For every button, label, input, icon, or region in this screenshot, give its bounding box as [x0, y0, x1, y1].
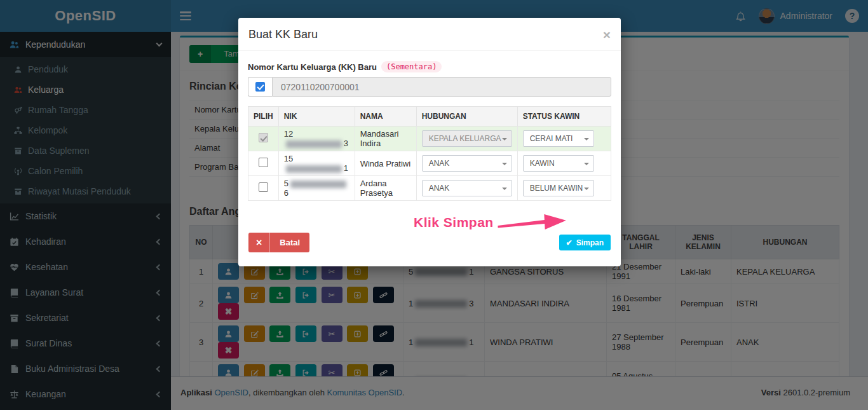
nik-suffix: 1: [344, 163, 348, 173]
cell-nama: Ardana Prasetya: [355, 176, 416, 201]
cell-status-kawin: CERAI MATI: [517, 126, 611, 151]
pilih-checkbox[interactable]: [259, 158, 268, 167]
kk-number-checkbox-cell: [248, 77, 272, 97]
modal-header: Buat KK Baru ×: [238, 18, 621, 51]
nik-blurred: [286, 140, 342, 148]
status-kawin-select[interactable]: KAWIN: [523, 155, 594, 172]
kk-number-label: Nomor Kartu Keluarga (KK) Baru (Sementar…: [248, 61, 611, 72]
kk-number-input: 0720110200700001: [272, 77, 611, 97]
nik-blurred: [286, 165, 342, 173]
cell-nik: 56: [278, 176, 355, 201]
table-row: 123 Mandasari Indira KEPALA KELUARGA CER…: [248, 126, 611, 151]
column-header-nama: NAMA: [355, 107, 416, 126]
cell-nik: 123: [278, 126, 355, 151]
sementara-badge: (Sementara): [381, 61, 442, 72]
modal-footer: × Batal ✔ Simpan: [238, 228, 621, 266]
cell-hubungan: ANAK: [416, 176, 517, 201]
simpan-label: Simpan: [576, 238, 604, 247]
pilih-checkbox[interactable]: [259, 182, 268, 192]
x-icon: ×: [248, 233, 270, 252]
cell-status-kawin: BELUM KAWIN: [517, 176, 611, 201]
annotation-arrow-icon: [497, 210, 569, 235]
column-header-status-kawin: STATUS KAWIN: [517, 107, 611, 126]
nik-prefix: 5: [284, 179, 288, 188]
modal-body: Nomor Kartu Keluarga (KK) Baru (Sementar…: [238, 51, 621, 201]
cell-status-kawin: KAWIN: [517, 151, 611, 176]
nik-prefix: 12: [284, 129, 293, 139]
column-header-hubungan: HUBUNGAN: [416, 107, 517, 126]
batal-label: Batal: [270, 238, 309, 247]
batal-button[interactable]: × Batal: [248, 233, 309, 252]
kk-number-checkbox[interactable]: [255, 82, 265, 92]
nik-blurred: [290, 181, 346, 188]
table-row: 151 Winda Pratiwi ANAK KAWIN: [248, 151, 611, 176]
column-header-pilih: PILIH: [248, 107, 279, 126]
nik-suffix: 6: [284, 188, 288, 198]
cell-hubungan: ANAK: [416, 151, 517, 176]
close-icon[interactable]: ×: [603, 30, 611, 40]
hubungan-select: KEPALA KELUARGA: [422, 130, 512, 147]
cell-hubungan: KEPALA KELUARGA: [416, 126, 517, 151]
hubungan-select[interactable]: ANAK: [422, 155, 512, 172]
cell-pilih: [248, 176, 279, 201]
table-row: 56 Ardana Prasetya ANAK BELUM KAWIN: [248, 176, 611, 201]
nik-prefix: 15: [284, 154, 293, 163]
check-icon: ✔: [566, 238, 573, 247]
kk-number-label-text: Nomor Kartu Keluarga (KK) Baru: [248, 62, 377, 72]
status-kawin-select[interactable]: BELUM KAWIN: [523, 180, 594, 196]
modal-member-table: PILIH NIK NAMA HUBUNGAN STATUS KAWIN 123…: [248, 106, 611, 201]
klik-simpan-annotation: Klik Simpan: [414, 212, 569, 233]
nik-suffix: 3: [344, 139, 348, 148]
hubungan-select[interactable]: ANAK: [422, 180, 512, 196]
cell-pilih: [248, 151, 279, 176]
modal-title: Buat KK Baru: [248, 28, 318, 41]
pilih-checkbox: [259, 133, 268, 142]
table-header-row: PILIH NIK NAMA HUBUNGAN STATUS KAWIN: [248, 107, 611, 126]
cell-nik: 151: [278, 151, 355, 176]
status-kawin-select[interactable]: CERAI MATI: [523, 130, 594, 147]
simpan-button[interactable]: ✔ Simpan: [559, 235, 611, 250]
kk-number-input-group: 0720110200700001: [248, 77, 611, 97]
cell-nama: Winda Pratiwi: [355, 151, 416, 176]
cell-pilih: [248, 126, 279, 151]
column-header-nik: NIK: [278, 107, 355, 126]
annotation-text: Klik Simpan: [414, 215, 494, 230]
cell-nama: Mandasari Indira: [355, 126, 416, 151]
